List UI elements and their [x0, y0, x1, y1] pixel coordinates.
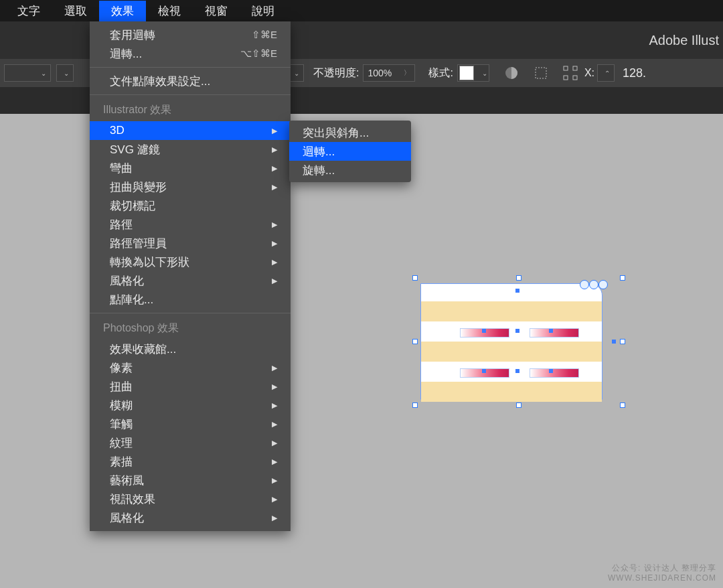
submenu-rotate[interactable]: 旋轉...: [289, 161, 411, 179]
menubar-item-effects[interactable]: 效果: [99, 1, 146, 21]
style-label: 樣式:: [428, 66, 453, 80]
stripe-2: [421, 342, 602, 362]
menu-video[interactable]: 視訊效果▶: [90, 490, 291, 508]
menu-brush-strokes[interactable]: 筆觸▶: [90, 415, 291, 433]
anchor-4[interactable]: [482, 329, 486, 333]
menubar-item-view[interactable]: 檢視: [146, 1, 193, 21]
menubar-item-text[interactable]: 文字: [5, 1, 52, 21]
menu-pathfinder[interactable]: 路徑管理員▶: [90, 234, 291, 252]
anchor-6[interactable]: [482, 369, 486, 373]
handle-sw[interactable]: [412, 402, 418, 408]
attribution-line2: WWW.SHEJIDAREN.COM: [608, 573, 716, 584]
artwork-group[interactable]: [420, 283, 602, 400]
menu-3d[interactable]: 3D▶: [90, 121, 291, 140]
opacity-value: 100%: [368, 68, 392, 78]
menu-path[interactable]: 路徑▶: [90, 215, 291, 234]
svg-rect-3: [573, 66, 577, 70]
anchor-3[interactable]: [515, 369, 519, 373]
corner-widget-3[interactable]: [598, 280, 608, 289]
handle-e[interactable]: [620, 339, 625, 344]
menu-doc-raster-settings[interactable]: 文件點陣效果設定...: [90, 72, 291, 90]
transform-icon[interactable]: [560, 63, 580, 83]
svg-rect-1: [536, 68, 546, 78]
menubar-item-help[interactable]: 說明: [240, 1, 287, 21]
stroke-profile-dropdown[interactable]: ⌄: [56, 64, 74, 82]
menu-distort-ps[interactable]: 扭曲▶: [90, 377, 291, 396]
style-swatch: [459, 66, 474, 80]
opacity-label: 不透明度:: [313, 66, 359, 80]
menu-artistic[interactable]: 藝術風▶: [90, 471, 291, 490]
submenu-revolve[interactable]: 迴轉...: [289, 142, 411, 161]
menubar: 文字 選取 效果 檢視 視窗 說明: [0, 0, 723, 21]
selected-object-bounds[interactable]: [415, 278, 623, 405]
menu-warp[interactable]: 彎曲▶: [90, 159, 291, 177]
menu-rasterize[interactable]: 點陣化...: [90, 290, 291, 309]
stroke-weight-dropdown[interactable]: ⌄: [4, 64, 51, 82]
svg-rect-5: [573, 76, 577, 80]
x-stepper[interactable]: ⌃: [597, 64, 615, 82]
menu-svg-filters[interactable]: SVG 濾鏡▶: [90, 140, 291, 159]
anchor-2[interactable]: [515, 329, 519, 333]
menu-sketch[interactable]: 素描▶: [90, 452, 291, 471]
attribution-line1: 公众号: 设计达人 整理分享: [608, 563, 716, 574]
menu-crop-marks[interactable]: 裁切標記: [90, 196, 291, 215]
attribution: 公众号: 设计达人 整理分享 WWW.SHEJIDAREN.COM: [608, 563, 716, 584]
gradient-bar-2: [530, 328, 579, 338]
menu-pixelate[interactable]: 像素▶: [90, 358, 291, 377]
menu-apply-revolve[interactable]: 套用迴轉 ⇧⌘E: [90, 25, 291, 44]
menubar-item-select[interactable]: 選取: [52, 1, 99, 21]
menu-revolve-last[interactable]: 迴轉... ⌥⇧⌘E: [90, 44, 291, 63]
anchor-7[interactable]: [549, 369, 553, 373]
stripe-3: [421, 382, 602, 402]
submenu-3d: 突出與斜角... 迴轉... 旋轉...: [289, 121, 411, 182]
corner-widget-2[interactable]: [589, 280, 598, 289]
anchor-e[interactable]: [612, 340, 616, 344]
svg-rect-4: [564, 76, 568, 80]
handle-ne[interactable]: [620, 275, 625, 281]
effects-menu: 套用迴轉 ⇧⌘E 迴轉... ⌥⇧⌘E 文件點陣效果設定... Illustra…: [90, 21, 291, 531]
app-title: Adobe Illust: [649, 33, 719, 48]
menu-fx-gallery[interactable]: 效果收藏館...: [90, 340, 291, 358]
photoshop-heading: Photoshop 效果: [90, 317, 291, 340]
anchor-1[interactable]: [515, 289, 519, 293]
menu-stylize-ps[interactable]: 風格化▶: [90, 508, 291, 527]
menu-texture[interactable]: 紋理▶: [90, 433, 291, 452]
style-dropdown[interactable]: ⌄: [457, 64, 489, 82]
handle-w[interactable]: [412, 339, 418, 344]
handle-s[interactable]: [516, 402, 521, 408]
align-icon[interactable]: [531, 63, 551, 83]
opacity-input[interactable]: 100% 〉: [363, 64, 415, 82]
handle-se[interactable]: [620, 402, 625, 408]
handle-nw[interactable]: [412, 275, 418, 281]
menu-blur[interactable]: 模糊▶: [90, 396, 291, 415]
x-label: X:: [584, 67, 594, 79]
anchor-5[interactable]: [549, 329, 553, 333]
x-value: 128.: [623, 66, 646, 80]
menu-convert-shape[interactable]: 轉換為以下形狀▶: [90, 252, 291, 271]
corner-widget-1[interactable]: [580, 280, 589, 289]
gradient-bar-4: [530, 368, 579, 378]
submenu-extrude-bevel[interactable]: 突出與斜角...: [289, 123, 411, 142]
illustrator-heading: Illustrator 效果: [90, 99, 291, 121]
handle-n[interactable]: [516, 275, 521, 281]
svg-rect-2: [564, 66, 568, 70]
stripe-1: [421, 301, 602, 321]
menu-stylize-ai[interactable]: 風格化▶: [90, 271, 291, 290]
menu-distort-transform[interactable]: 扭曲與變形▶: [90, 177, 291, 196]
menubar-item-window[interactable]: 視窗: [193, 1, 240, 21]
recolor-icon[interactable]: [501, 63, 521, 83]
